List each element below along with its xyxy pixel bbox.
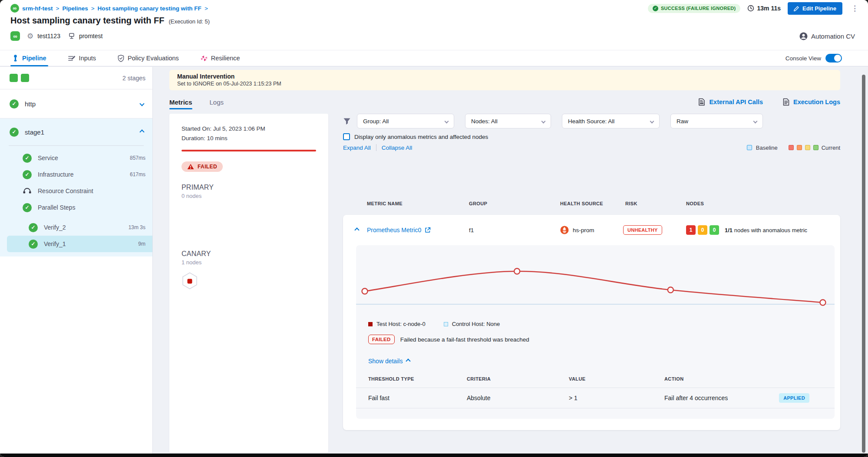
breadcrumb-project[interactable]: srm-hf-test bbox=[22, 5, 53, 12]
tab-inputs[interactable]: Inputs bbox=[66, 50, 98, 66]
metric-table-header: METRIC NAME GROUP HEALTH SOURCE RISK NOD… bbox=[343, 201, 840, 208]
canary-chart[interactable] bbox=[356, 250, 835, 319]
success-check-icon: ✓ bbox=[10, 128, 19, 137]
environment-icon bbox=[68, 33, 75, 39]
failure-message-row: FAILED Failed because a fail-fast thresh… bbox=[368, 335, 835, 344]
step-item-service[interactable]: ✓ Service 857ms bbox=[0, 150, 152, 166]
success-check-icon: ✓ bbox=[23, 170, 32, 179]
current-legend-swatch-yellow bbox=[805, 145, 810, 150]
edit-pipeline-button[interactable]: Edit Pipeline bbox=[788, 2, 842, 15]
group-filter-dropdown[interactable]: Group: All bbox=[357, 114, 454, 128]
resilience-chaos-icon bbox=[201, 55, 208, 62]
nodes-filter-dropdown[interactable]: Nodes: All bbox=[465, 114, 551, 128]
canary-group-label: CANARY bbox=[182, 250, 316, 258]
expand-collapse-row: Expand All Collapse All Baseline Current bbox=[343, 144, 840, 151]
chart-color-legend: Baseline Current bbox=[747, 145, 840, 151]
pencil-icon bbox=[794, 6, 799, 11]
vertical-scrollbar[interactable] bbox=[862, 75, 865, 453]
pipeline-icon bbox=[12, 55, 19, 62]
filter-funnel-icon[interactable] bbox=[343, 118, 351, 125]
primary-group-label: PRIMARY bbox=[182, 184, 316, 191]
more-options-menu[interactable]: ⋮ bbox=[849, 4, 860, 13]
shield-check-icon bbox=[118, 55, 124, 62]
show-details-link[interactable]: Show details bbox=[368, 358, 835, 365]
chevron-up-icon bbox=[354, 227, 359, 232]
breadcrumb-separator: > bbox=[205, 5, 208, 12]
api-document-icon bbox=[698, 98, 705, 106]
service-name: test1123 bbox=[37, 33, 60, 39]
chart-data-point[interactable] bbox=[514, 269, 520, 274]
external-link-icon[interactable] bbox=[425, 227, 431, 233]
service-module-icon: ∞ bbox=[10, 31, 20, 41]
external-api-calls-link[interactable]: External API Calls bbox=[698, 98, 763, 106]
expand-all-link[interactable]: Expand All bbox=[343, 145, 371, 151]
execution-logs-link[interactable]: Execution Logs bbox=[783, 98, 840, 106]
prometheus-icon bbox=[560, 226, 569, 234]
chevron-up-icon[interactable] bbox=[139, 129, 144, 134]
main-content: Manual Intervention Set to IGNORE on 05-… bbox=[153, 67, 868, 454]
breadcrumb-pipeline-name[interactable]: Host sampling canary testing with FF bbox=[98, 5, 201, 12]
failed-status-pill: FAILED bbox=[182, 161, 223, 172]
execution-duration: 13m 11s bbox=[747, 5, 781, 12]
health-source-filter-dropdown[interactable]: Health Source: All bbox=[562, 114, 660, 128]
failure-message: Failed because a fail-fast threshold was… bbox=[400, 336, 529, 343]
step-item-infrastructure[interactable]: ✓ Infrastructure 617ms bbox=[0, 166, 152, 183]
console-view-toggle[interactable] bbox=[825, 54, 842, 62]
tab-pipeline[interactable]: Pipeline bbox=[10, 50, 48, 66]
tab-logs[interactable]: Logs bbox=[210, 94, 224, 110]
status-badge: ✓ SUCCESS (FAILURE IGNORED) bbox=[648, 4, 741, 13]
chart-data-point[interactable] bbox=[820, 300, 825, 306]
inputs-icon bbox=[68, 55, 76, 62]
success-check-icon: ✓ bbox=[23, 154, 32, 163]
anomalous-node-count-red: 1 bbox=[686, 225, 696, 235]
risk-badge: UNHEALTHY bbox=[623, 225, 662, 235]
success-check-icon: ✓ bbox=[29, 223, 38, 232]
anomalous-checkbox-label: Display only anomalous metrics and affec… bbox=[354, 134, 488, 140]
step-item-verify-1[interactable]: ✓ Verify_1 9m bbox=[7, 236, 152, 252]
main-tabbar: Pipeline Inputs Policy Evaluations Resil… bbox=[0, 50, 868, 66]
chevron-down-icon[interactable] bbox=[139, 101, 144, 106]
run-summary-card: Started On: Jul 5, 2023 1:06 PM Duration… bbox=[169, 114, 328, 453]
stage1-section: ✓ stage1 ✓ Service 857ms ✓ Infrastructur… bbox=[0, 118, 152, 256]
success-check-icon: ✓ bbox=[29, 240, 38, 249]
resource-constraint-icon bbox=[23, 187, 32, 194]
stage-item-http[interactable]: ✓ http bbox=[0, 89, 152, 118]
harness-module-icon: ∞ bbox=[10, 4, 19, 13]
chart-markers bbox=[362, 269, 826, 306]
manual-intervention-banner: Manual Intervention Set to IGNORE on 05-… bbox=[169, 70, 840, 90]
stage-status-square bbox=[10, 74, 18, 82]
stage-item-stage1[interactable]: ✓ stage1 bbox=[0, 118, 152, 145]
metrics-analysis-column: Group: All Nodes: All Health Source: All… bbox=[343, 114, 840, 430]
clock-icon bbox=[747, 5, 754, 12]
collapse-all-link[interactable]: Collapse All bbox=[382, 145, 413, 151]
started-on: Started On: Jul 5, 2023 1:06 PM bbox=[182, 125, 316, 133]
failed-progress-bar bbox=[182, 150, 316, 151]
control-host-swatch bbox=[444, 322, 448, 326]
tab-policy-evaluations[interactable]: Policy Evaluations bbox=[116, 50, 181, 66]
metric-row: Prometheus Metric0 f1 hs-prom UNHEALTHY … bbox=[343, 215, 840, 245]
chevron-up-icon bbox=[406, 358, 411, 363]
collapse-metric-chevron[interactable] bbox=[355, 228, 359, 232]
step-item-verify-2[interactable]: ✓ Verify_2 13m 3s bbox=[0, 219, 152, 236]
metric-name-link[interactable]: Prometheus Metric0 bbox=[367, 227, 421, 233]
divider bbox=[376, 144, 376, 151]
data-mode-dropdown[interactable]: Raw bbox=[670, 114, 763, 128]
tab-metrics[interactable]: Metrics bbox=[169, 94, 192, 110]
page-header: ∞ srm-hf-test > Pipelines > Host samplin… bbox=[0, 0, 868, 50]
metric-group: f1 bbox=[469, 227, 474, 233]
canary-node-hexagon[interactable] bbox=[182, 272, 198, 290]
page-title: Host sampling canary testing with FF bbox=[10, 16, 165, 26]
breadcrumb-separator: > bbox=[56, 5, 59, 12]
chart-data-point[interactable] bbox=[362, 289, 368, 294]
anomalous-checkbox[interactable] bbox=[343, 133, 350, 140]
tab-resilience[interactable]: Resilience bbox=[199, 50, 242, 66]
step-item-parallel-steps[interactable]: ✓ Parallel Steps bbox=[0, 199, 152, 216]
step-item-resource-constraint[interactable]: Resource Constraint bbox=[0, 183, 152, 199]
breadcrumb-pipelines[interactable]: Pipelines bbox=[62, 5, 88, 12]
failed-badge: FAILED bbox=[368, 335, 395, 344]
gear-icon: ⚙ bbox=[27, 32, 33, 41]
environment-name: promtest bbox=[79, 33, 102, 39]
metric-card: Prometheus Metric0 f1 hs-prom UNHEALTHY … bbox=[343, 215, 840, 430]
toggle-knob bbox=[834, 55, 841, 62]
chart-data-point[interactable] bbox=[668, 287, 673, 293]
